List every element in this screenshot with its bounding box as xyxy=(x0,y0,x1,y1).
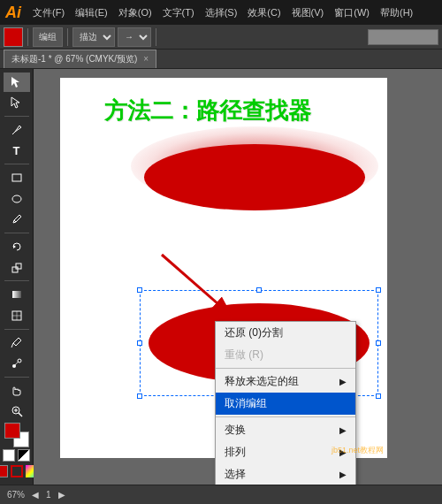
menu-file[interactable]: 文件(F) xyxy=(28,4,69,21)
menu-select[interactable]: 选择(S) xyxy=(201,4,242,21)
left-toolbar: T xyxy=(0,69,34,485)
scale-tool[interactable] xyxy=(4,258,30,278)
svg-line-16 xyxy=(19,413,22,416)
arrow-select[interactable]: → xyxy=(118,27,151,47)
svg-marker-1 xyxy=(11,97,19,108)
tool-separator-4 xyxy=(4,280,29,281)
stroke-select[interactable]: 描边 xyxy=(72,27,115,47)
ctx-ungroup[interactable]: 取消编组 xyxy=(216,393,355,415)
ellipse-tool[interactable] xyxy=(4,189,30,209)
tab-close-button[interactable]: × xyxy=(143,54,149,64)
select-tool[interactable] xyxy=(4,73,30,92)
ctx-sep-1 xyxy=(216,368,355,369)
status-bar: 67% ◀ 1 ▶ xyxy=(0,485,442,504)
handle-tr[interactable] xyxy=(376,287,381,293)
ctx-sep-2 xyxy=(216,416,355,417)
heading-text: 方法二：路径查找器 xyxy=(104,95,311,126)
menu-window[interactable]: 窗口(W) xyxy=(330,4,374,21)
svg-point-3 xyxy=(12,195,21,202)
fill-indicator[interactable] xyxy=(0,465,8,477)
ctx-transform-arrow: ▶ xyxy=(339,425,347,435)
watermark: jb51.net教程网 xyxy=(332,445,384,456)
gradient-tool[interactable] xyxy=(4,285,30,304)
menu-edit[interactable]: 编辑(E) xyxy=(71,4,112,21)
type-tool[interactable]: T xyxy=(4,141,30,161)
fill-swatch[interactable] xyxy=(4,423,20,439)
ctx-redo: 重做 (R) xyxy=(216,344,355,366)
handle-mr[interactable] xyxy=(376,340,381,346)
toolbar-divider-3 xyxy=(156,28,156,46)
zoom-tool[interactable] xyxy=(4,401,30,421)
ctx-undo[interactable]: 还原 (0)分割 xyxy=(216,322,355,344)
menu-help[interactable]: 帮助(H) xyxy=(376,4,417,21)
tool-separator-2 xyxy=(4,164,29,164)
pencil-tool[interactable] xyxy=(4,210,30,230)
context-menu: 还原 (0)分割 重做 (R) 释放来选定的组 ▶ 取消编组 变换 ▶ xyxy=(215,321,356,485)
ctx-release-arrow: ▶ xyxy=(339,377,347,386)
direct-select-tool[interactable] xyxy=(4,94,30,113)
handle-tl[interactable] xyxy=(137,287,142,293)
opacity-slider[interactable] xyxy=(368,29,438,45)
handle-bl[interactable] xyxy=(137,393,142,399)
tool-separator-3 xyxy=(4,233,29,233)
svg-marker-5 xyxy=(13,245,16,248)
menu-effect[interactable]: 效果(C) xyxy=(243,4,285,21)
hand-tool[interactable] xyxy=(4,381,30,401)
mode-row xyxy=(0,465,38,477)
ctx-release-group[interactable]: 释放来选定的组 ▶ xyxy=(216,370,355,393)
zoom-display[interactable]: 67% xyxy=(7,490,25,500)
none-swatch[interactable] xyxy=(3,449,15,462)
page-number: 1 xyxy=(46,490,51,500)
document-tab[interactable]: 未标题-1 * @ 67% (CMYK/预览) × xyxy=(4,50,156,68)
ctx-select-arrow: ▶ xyxy=(339,470,347,479)
fill-stroke-pair[interactable] xyxy=(4,423,29,447)
svg-line-12 xyxy=(11,343,13,347)
toolbar-divider-2 xyxy=(67,28,68,46)
default-colors-icon[interactable] xyxy=(18,449,30,462)
red-oval-top xyxy=(144,144,365,210)
svg-line-4 xyxy=(14,220,16,222)
ai-logo-icon: Ai xyxy=(5,4,21,22)
rectangle-tool[interactable] xyxy=(4,168,30,187)
group-button[interactable]: 编组 xyxy=(33,27,63,47)
svg-marker-0 xyxy=(11,77,19,88)
toolbar-divider-1 xyxy=(27,28,28,46)
canvas-document: 方法二：路径查找器 xyxy=(60,78,387,458)
svg-rect-2 xyxy=(12,174,21,181)
handle-ml[interactable] xyxy=(137,340,142,346)
svg-rect-7 xyxy=(16,263,21,269)
rotate-tool[interactable] xyxy=(4,237,30,256)
title-bar: Ai 文件(F) 编辑(E) 对象(O) 文字(T) 选择(S) 效果(C) 视… xyxy=(0,0,442,25)
menu-bar: 文件(F) 编辑(E) 对象(O) 文字(T) 选择(S) 效果(C) 视图(V… xyxy=(28,4,417,21)
tab-bar: 未标题-1 * @ 67% (CMYK/预览) × xyxy=(0,50,442,69)
tool-separator-1 xyxy=(4,116,29,117)
stroke-indicator[interactable] xyxy=(11,465,23,477)
eyedropper-tool[interactable] xyxy=(4,333,30,353)
nav-prev-button[interactable]: ◀ xyxy=(32,490,39,500)
menu-view[interactable]: 视图(V) xyxy=(287,4,329,21)
color-swatches xyxy=(0,423,38,481)
tab-label: 未标题-1 * @ 67% (CMYK/预览) xyxy=(11,54,137,64)
tool-separator-5 xyxy=(4,329,29,330)
pen-tool[interactable] xyxy=(4,120,30,140)
canvas-area: 方法二：路径查找器 xyxy=(34,69,442,485)
tool-separator-6 xyxy=(4,377,29,378)
menu-object[interactable]: 对象(O) xyxy=(114,4,156,21)
mesh-tool[interactable] xyxy=(4,306,30,325)
main-area: T xyxy=(0,69,442,485)
svg-rect-8 xyxy=(12,291,21,298)
ctx-select[interactable]: 选择 ▶ xyxy=(216,463,355,485)
svg-rect-6 xyxy=(12,267,18,272)
ctx-transform[interactable]: 变换 ▶ xyxy=(216,419,355,441)
menu-text[interactable]: 文字(T) xyxy=(158,4,199,21)
fill-color-swatch[interactable] xyxy=(4,27,23,47)
color-mode-row xyxy=(3,449,30,462)
toolbar-row: 编组 描边 → xyxy=(0,25,442,50)
nav-next-button[interactable]: ▶ xyxy=(58,490,65,500)
handle-br[interactable] xyxy=(376,393,381,399)
blend-tool[interactable] xyxy=(4,354,30,373)
